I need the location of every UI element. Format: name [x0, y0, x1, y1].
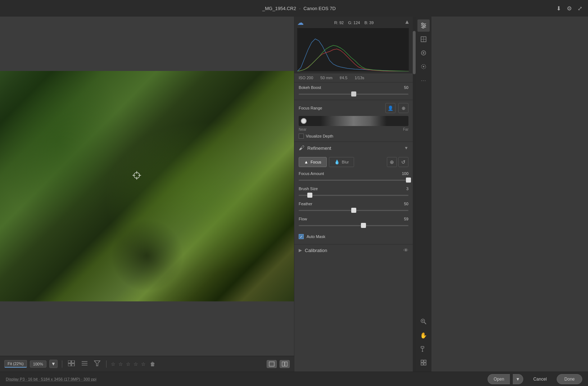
blur-button[interactable]: 💧 Blur	[329, 157, 354, 167]
compare-view-btn[interactable]	[280, 360, 290, 368]
star-4[interactable]: ☆	[134, 361, 138, 367]
radial-panel-btn[interactable]	[417, 60, 430, 73]
calibration-expand-icon[interactable]: ▶	[299, 248, 302, 253]
grid-panel-btn[interactable]	[417, 356, 430, 369]
transform-panel-btn[interactable]	[417, 33, 430, 45]
focal-length-value: 50 mm	[320, 76, 333, 80]
filmstrip-grid-icon[interactable]	[67, 360, 77, 368]
fit-zoom-button[interactable]: Fit (22%)	[4, 360, 27, 368]
image-container[interactable]	[0, 17, 294, 356]
undo-icon-btn[interactable]: ↺	[398, 157, 408, 167]
calibration-eye-icon[interactable]: 👁	[403, 247, 408, 253]
svg-rect-41	[424, 363, 426, 365]
bottom-toolbar: Fit (22%) 100% ▼	[0, 356, 294, 372]
filter-icon[interactable]	[92, 360, 102, 368]
svg-rect-35	[421, 346, 424, 348]
focus-range-person-icon[interactable]: 👤	[385, 103, 395, 113]
feather-label: Feather	[299, 202, 312, 206]
cancel-button[interactable]: Cancel	[526, 374, 554, 384]
flow-label: Flow	[299, 217, 307, 221]
bokeh-boost-thumb[interactable]	[351, 91, 356, 96]
scrollbar-thumb[interactable]	[413, 31, 416, 74]
svg-rect-40	[421, 363, 423, 365]
svg-rect-39	[424, 360, 426, 362]
auto-mask-checkbox[interactable]: ✓	[299, 234, 304, 239]
aperture-value: f/4.5	[340, 76, 347, 80]
star-2[interactable]: ☆	[118, 361, 123, 367]
focus-amount-value: 100	[398, 171, 408, 176]
scrollbar[interactable]	[413, 17, 416, 372]
refinement-collapse-icon: ▼	[404, 145, 408, 151]
title-separator: -	[299, 6, 300, 11]
star-5[interactable]: ☆	[141, 361, 146, 367]
flow-thumb[interactable]	[361, 223, 366, 228]
iso-value: ISO 200	[299, 76, 313, 80]
open-dropdown-button[interactable]: ▼	[513, 374, 523, 384]
svg-rect-5	[68, 360, 71, 363]
done-button[interactable]: Done	[557, 374, 582, 384]
visualize-depth-label: Visualize Depth	[306, 134, 333, 138]
expand-icon[interactable]: ⤢	[578, 5, 582, 12]
download-icon[interactable]: ⬇	[556, 5, 561, 12]
settings-icon[interactable]: ⚙	[567, 5, 572, 12]
single-view-btn[interactable]	[267, 360, 277, 368]
more-panel-btn[interactable]: ···	[417, 74, 430, 86]
b-value: 39	[369, 21, 374, 25]
main-image[interactable]	[0, 71, 294, 301]
focus-amount-thumb[interactable]	[406, 178, 411, 183]
histogram-top: ☁ R: 92 G: 124 B: 39 ▲	[297, 19, 410, 27]
bokeh-boost-slider[interactable]	[299, 91, 408, 97]
focus-range-handle[interactable]	[301, 118, 307, 124]
brush-size-slider[interactable]	[299, 192, 408, 198]
hand-tool-btn[interactable]: ✋	[417, 329, 430, 341]
svg-rect-8	[72, 364, 74, 366]
fern-overlay	[0, 71, 294, 301]
histogram-canvas	[297, 28, 409, 71]
refinement-content: ▲ Focus 💧 Blur ⊕ ↺	[294, 154, 413, 244]
refinement-label: Refinement	[307, 145, 331, 151]
focus-amount-slider[interactable]	[299, 177, 408, 183]
bottom-toolbar-right	[267, 360, 290, 368]
feather-value: 50	[398, 202, 408, 206]
brush-size-thumb[interactable]	[307, 193, 312, 198]
star-3[interactable]: ☆	[126, 361, 131, 367]
refinement-header[interactable]: 🖌 Refinement ▼	[294, 142, 413, 154]
camera-label: Canon EOS 7D	[303, 6, 336, 11]
star-1[interactable]: ☆	[111, 361, 116, 367]
feather-slider[interactable]	[299, 207, 408, 213]
heal-panel-btn[interactable]	[417, 47, 430, 59]
panel-main: ☁ R: 92 G: 124 B: 39 ▲	[294, 17, 588, 372]
list-view-icon[interactable]	[80, 360, 90, 368]
zoom-tool-btn[interactable]	[417, 315, 430, 328]
shutter-value: 1/13s	[354, 76, 364, 80]
brush-tool-btn[interactable]	[417, 343, 430, 355]
near-label: Near	[299, 127, 307, 131]
brush-size-row: Brush Size 3	[299, 187, 408, 191]
focus-btn-icon: ▲	[304, 160, 308, 165]
focus-btn-label: Focus	[311, 160, 321, 164]
b-label: B:	[365, 21, 369, 25]
delete-icon[interactable]: 🗑	[149, 360, 157, 368]
focus-range-target-icon[interactable]: ⊕	[398, 103, 408, 113]
focus-range-header: Focus Range 👤 ⊕	[299, 103, 408, 113]
open-button[interactable]: Open	[488, 374, 510, 384]
blur-btn-icon: 💧	[334, 160, 340, 165]
zoom-100-button[interactable]: 100%	[30, 360, 46, 368]
side-icons: ··· ✋	[416, 17, 431, 372]
visualize-depth-checkbox[interactable]	[299, 134, 304, 139]
brush-size-label: Brush Size	[299, 187, 318, 191]
add-icon-btn[interactable]: ⊕	[387, 157, 397, 167]
feather-thumb[interactable]	[351, 208, 356, 213]
focus-button[interactable]: ▲ Focus	[299, 157, 327, 167]
far-label: Far	[403, 127, 408, 131]
focus-amount-track	[299, 180, 408, 181]
panel-content[interactable]: Bokeh Boost 50 Focus Range 👤	[294, 82, 413, 372]
flow-slider[interactable]	[299, 223, 408, 228]
adjustments-panel-btn[interactable]	[417, 19, 430, 32]
footer: Display P3 · 16 bit · 5184 x 3456 (17.9M…	[0, 372, 588, 386]
refinement-brush-icon: 🖌	[299, 145, 304, 151]
focus-amount-row: Focus Amount 100	[299, 171, 408, 176]
svg-point-20	[424, 25, 426, 27]
zoom-dropdown[interactable]: ▼	[49, 360, 58, 368]
focus-range-bar[interactable]	[299, 116, 408, 126]
